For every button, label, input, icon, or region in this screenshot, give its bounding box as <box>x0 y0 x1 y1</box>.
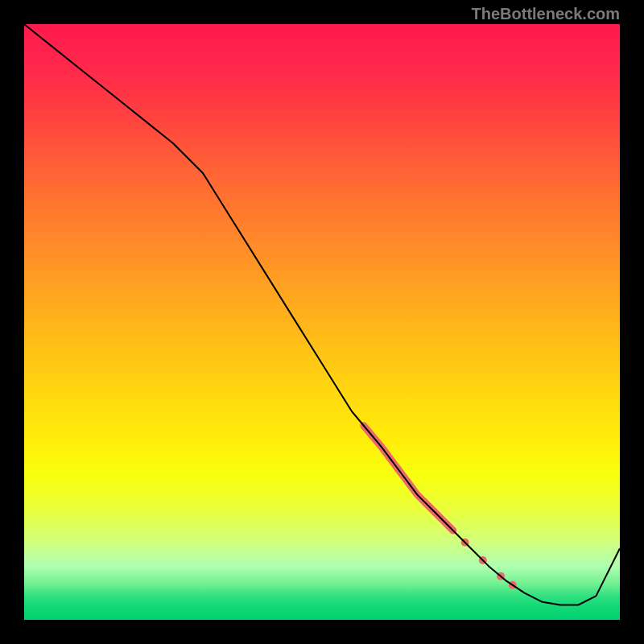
watermark-text: TheBottleneck.com <box>472 5 620 23</box>
curve-layer <box>24 24 620 605</box>
highlight-layer <box>364 426 517 589</box>
chart-svg <box>24 24 620 620</box>
main-curve <box>24 24 620 605</box>
plot-area <box>24 24 620 620</box>
chart-container: TheBottleneck.com <box>0 0 644 644</box>
